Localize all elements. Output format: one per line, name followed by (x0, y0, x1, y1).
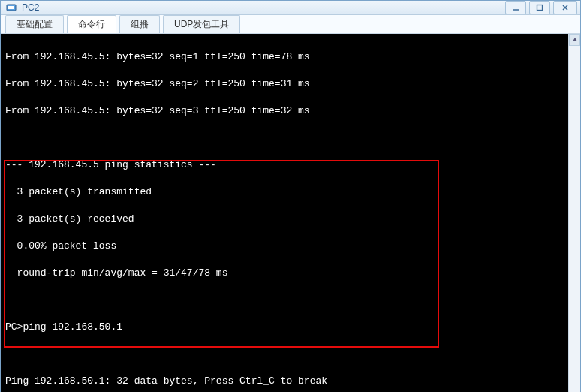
scroll-up-button[interactable] (569, 34, 580, 46)
tab-command-line[interactable]: 命令行 (67, 15, 116, 33)
terminal-line (5, 131, 564, 145)
terminal-line (5, 348, 564, 361)
close-button[interactable] (553, 1, 577, 14)
terminal-line: 3 packet(s) transmitted (5, 185, 564, 199)
terminal-line: round-trip min/avg/max = 31/47/78 ms (5, 267, 564, 280)
terminal-line: --- 192.168.45.5 ping statistics --- (5, 158, 564, 172)
window-controls (505, 1, 577, 14)
svg-rect-3 (537, 5, 543, 11)
terminal-line: PC>ping 192.168.50.1 (5, 321, 564, 334)
terminal-line: From 192.168.45.5: bytes=32 seq=3 ttl=25… (5, 104, 564, 118)
vertical-scrollbar[interactable] (568, 34, 580, 392)
terminal[interactable]: From 192.168.45.5: bytes=32 seq=1 ttl=25… (1, 34, 568, 392)
maximize-button[interactable] (529, 1, 550, 14)
window-title: PC2 (22, 2, 39, 13)
tab-label: 命令行 (78, 18, 105, 31)
tab-basic-config[interactable]: 基础配置 (5, 15, 64, 33)
titlebar: PC2 (1, 1, 580, 15)
terminal-line: From 192.168.45.5: bytes=32 seq=2 ttl=25… (5, 77, 564, 91)
terminal-line: Ping 192.168.50.1: 32 data bytes, Press … (5, 375, 564, 388)
title-left: PC2 (5, 2, 39, 14)
tabbar: 基础配置 命令行 组播 UDP发包工具 (1, 15, 580, 34)
terminal-area: From 192.168.45.5: bytes=32 seq=1 ttl=25… (1, 34, 580, 392)
scroll-track[interactable] (569, 46, 580, 392)
svg-rect-1 (8, 6, 14, 9)
app-window: PC2 基础配置 命令行 组播 UDP发包工具 From 192.168.45.… (0, 0, 581, 392)
terminal-line: From 192.168.45.5: bytes=32 seq=1 ttl=25… (5, 50, 564, 64)
minimize-button[interactable] (505, 1, 526, 14)
tab-label: 基础配置 (17, 18, 53, 31)
svg-marker-6 (573, 38, 577, 41)
terminal-line: 3 packet(s) received (5, 213, 564, 226)
tab-multicast[interactable]: 组播 (119, 15, 160, 33)
terminal-line: 0.00% packet loss (5, 240, 564, 253)
app-icon (5, 2, 17, 14)
tab-label: 组播 (131, 18, 149, 31)
tab-udp-tool[interactable]: UDP发包工具 (163, 15, 240, 33)
tab-label: UDP发包工具 (174, 18, 229, 31)
terminal-line (5, 294, 564, 307)
